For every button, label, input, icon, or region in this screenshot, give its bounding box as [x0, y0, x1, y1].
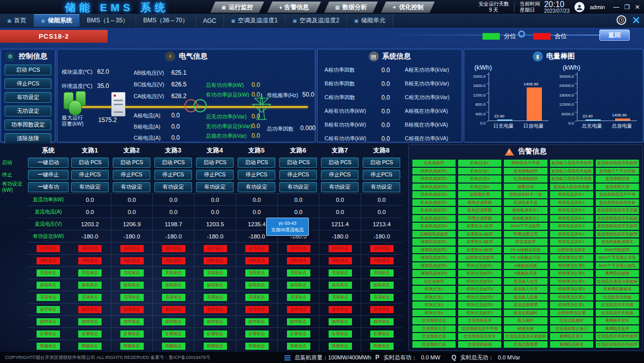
status-放空状态[interactable]: 放空状态	[78, 306, 102, 313]
alarm-button-直流母线电压不平衡[interactable]: 直流母线电压不平衡	[596, 191, 639, 198]
status-降额状态[interactable]: 降额状态	[120, 343, 144, 350]
alarm-button-辅助电源故障1[interactable]: 辅助电源故障1	[412, 238, 456, 246]
alarm-button-机柜过温1[interactable]: 机柜过温1	[458, 160, 501, 167]
alarm-button-BMS干节点禁止放电[interactable]: BMS干节点禁止放电	[596, 262, 639, 269]
alarm-button-模块电流异常6[interactable]: 模块电流异常6	[550, 199, 593, 206]
alarm-button-PE-N接触器开路[interactable]: PE-N接触器开路	[504, 254, 547, 261]
alarm-button-模块过温降额[interactable]: 模块过温降额	[458, 199, 501, 206]
alarm-button-总模块电流异常[interactable]: 总模块电流异常	[550, 247, 593, 254]
status-启停状态[interactable]: 启停状态	[287, 245, 310, 252]
alarm-button-控制器采样不一致[interactable]: 控制器采样不一致	[504, 191, 547, 198]
control-button-有功设定[interactable]: 有功设定	[5, 92, 51, 103]
branch-button-启动 PCS[interactable]: 启动 PCS	[279, 158, 317, 168]
status-告警状态[interactable]: 告警状态	[370, 330, 394, 338]
alarm-button-模块电流异常2[interactable]: 模块电流异常2	[550, 231, 593, 238]
alarm-button-模块限流告警1[interactable]: 模块限流告警1	[550, 301, 593, 309]
status-降额状态[interactable]: 降额状态	[287, 343, 310, 350]
alarm-button-交流母线反序[interactable]: 交流母线反序	[458, 317, 501, 324]
status-告警状态[interactable]: 告警状态	[204, 330, 227, 338]
status-充满状态[interactable]: 充满状态	[204, 294, 227, 301]
alarm-button-模块电流异常5[interactable]: 模块电流异常5	[550, 207, 593, 214]
alarm-button-机柜风扇故障4[interactable]: 机柜风扇故障4	[412, 223, 456, 230]
status-放电状态[interactable]: 放电状态	[245, 282, 269, 289]
status-放空状态[interactable]: 放空状态	[287, 306, 310, 313]
alarm-button-温度探头4故障[interactable]: 温度探头4故障	[458, 247, 501, 254]
branch-button-有功设定[interactable]: 有功设定	[71, 182, 109, 192]
nav-wrench[interactable]: ✦优化控制	[381, 2, 435, 13]
alarm-button-模块过流故障7[interactable]: 模块过流故障7	[458, 310, 501, 317]
alarm-button-环境过温降额[interactable]: 环境过温降额	[458, 215, 501, 222]
alarm-button-离网频率异常[interactable]: 离网频率异常	[596, 317, 639, 324]
tab-空调及温湿度1[interactable]: ▣空调及温湿度1	[224, 14, 285, 27]
status-放电状态[interactable]: 放电状态	[329, 282, 352, 289]
alarm-button-BMS干节点故障[interactable]: BMS干节点故障	[504, 223, 547, 230]
alarm-button-交流母线电压异常[interactable]: 交流母线电压异常	[458, 333, 501, 340]
control-button-清除故障[interactable]: 清除故障	[5, 133, 51, 144]
alarm-button-直流输入过压[interactable]: 直流输入过压	[504, 278, 547, 285]
alarm-button-模块电流异常4[interactable]: 模块电流异常4	[550, 215, 593, 222]
status-充电状态[interactable]: 充电状态	[37, 269, 60, 277]
branch-button-启动 PCS[interactable]: 启动 PCS	[363, 158, 400, 168]
alarm-button-离网电压异常[interactable]: 离网电压异常	[550, 333, 593, 340]
alarm-button-绝缘检测异常1[interactable]: 绝缘检测异常1	[504, 207, 547, 214]
tab-首页[interactable]: ▣首页	[0, 14, 34, 27]
alarm-button-直流绝缘检测异常[interactable]: 直流绝缘检测异常	[596, 238, 639, 246]
alarm-button-总辅助电源故障[interactable]: 总辅助电源故障	[412, 231, 456, 238]
alarm-button-直流母线软启动失败[interactable]: 直流母线软启动失败	[596, 199, 639, 206]
alarm-button-温度探头3故障[interactable]: 温度探头3故障	[458, 238, 501, 246]
alarm-button-直流输入电控开关开路[interactable]: 直流输入电控开关开路	[550, 175, 593, 183]
alarm-button-交流母线欠频[interactable]: 交流母线欠频	[412, 341, 456, 348]
username[interactable]: admin	[590, 4, 605, 10]
tools-icon[interactable]	[631, 15, 641, 25]
status-待机状态[interactable]: 待机状态	[37, 257, 60, 264]
status-充电状态[interactable]: 充电状态	[204, 269, 227, 277]
status-充满状态[interactable]: 充满状态	[37, 294, 60, 301]
branch-button-停止PCS[interactable]: 停止PCS	[71, 170, 109, 180]
alarm-button-交流母线欠压[interactable]: 交流母线欠压	[412, 325, 456, 332]
status-启停状态[interactable]: 启停状态	[329, 245, 352, 252]
status-待机状态[interactable]: 待机状态	[204, 257, 227, 264]
alarm-button-交流电压直流分量超标[interactable]: 交流电压直流分量超标	[596, 278, 639, 285]
branch-button-有功设定[interactable]: 有功设定	[238, 182, 275, 192]
alarm-button-PE-N接触器短路[interactable]: PE-N接触器短路	[504, 247, 547, 254]
branch-button-启动 PCS[interactable]: 启动 PCS	[238, 158, 275, 168]
status-充电状态[interactable]: 充电状态	[78, 269, 102, 277]
status-放空状态[interactable]: 放空状态	[162, 306, 185, 313]
status-放空状态[interactable]: 放空状态	[37, 306, 60, 313]
alarm-button-直流过载超时[interactable]: 直流过载超时	[504, 310, 547, 317]
alarm-button-机柜风扇故障2[interactable]: 机柜风扇故障2	[412, 207, 456, 214]
status-启停状态[interactable]: 启停状态	[370, 245, 394, 252]
alarm-button-交流电流直流分量超标[interactable]: 交流电流直流分量超标	[504, 333, 547, 340]
status-故障状态[interactable]: 故障状态	[204, 318, 227, 325]
alarm-button-直流输入软启动失败[interactable]: 直流输入软启动失败	[550, 184, 593, 191]
alarm-button-总模块过流故障[interactable]: 总模块过流故障	[458, 254, 501, 261]
alarm-button-机柜过温4[interactable]: 机柜过温4	[458, 184, 501, 191]
alarm-button-N接触器开路[interactable]: N接触器开路	[504, 270, 547, 277]
alarm-button-机柜风扇故障1[interactable]: 机柜风扇故障1	[412, 199, 456, 206]
alarm-button-孤岛保护[interactable]: 孤岛保护	[504, 317, 547, 324]
alarm-clock-icon[interactable]	[617, 15, 626, 25]
alarm-button-模块过温1[interactable]: 模块过温1	[412, 286, 456, 293]
alarm-button-辅助电源故障4[interactable]: 辅助电源故障4	[412, 262, 456, 269]
alarm-button-直流母线软启开关故障[interactable]: 直流母线软启开关故障	[596, 231, 639, 238]
alarm-button-BMS干节点禁止充电[interactable]: BMS干节点禁止充电	[596, 254, 639, 261]
alarm-button-BMS停机故障[interactable]: BMS停机故障	[596, 247, 639, 254]
status-故障状态[interactable]: 故障状态	[370, 318, 394, 325]
alarm-button-模块风扇故障2[interactable]: 模块风扇故障2	[412, 175, 456, 183]
alarm-button-辅助电源故障2[interactable]: 辅助电源故障2	[412, 247, 456, 254]
user-avatar-icon[interactable]	[574, 2, 585, 12]
alarm-button-模块过流故障6[interactable]: 模块过流故障6	[458, 301, 501, 309]
status-充电状态[interactable]: 充电状态	[370, 269, 394, 277]
status-放空状态[interactable]: 放空状态	[120, 306, 144, 313]
back-button[interactable]: 返回	[599, 29, 630, 41]
alarm-button-温度探头1故障[interactable]: 温度探头1故障	[458, 223, 501, 230]
status-充满状态[interactable]: 充满状态	[370, 294, 394, 301]
status-告警状态[interactable]: 告警状态	[287, 330, 310, 338]
alarm-button-N接触器短路[interactable]: N接触器短路	[504, 262, 547, 269]
branch-button-停止PCS[interactable]: 停止PCS	[196, 170, 234, 180]
branch-button-有功设定[interactable]: 有功设定	[321, 182, 359, 192]
alarm-button-模块限流告警2[interactable]: 模块限流告警2	[550, 294, 593, 301]
status-告警状态[interactable]: 告警状态	[162, 330, 185, 338]
alarm-button-总模块限流告警[interactable]: 总模块限流告警	[550, 310, 593, 317]
branch-button-有功设定[interactable]: 有功设定	[363, 182, 400, 192]
